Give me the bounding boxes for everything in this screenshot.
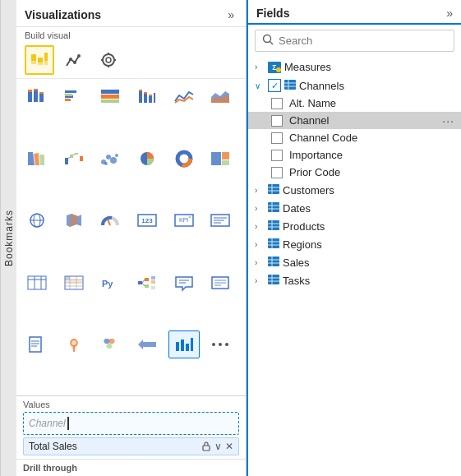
viz-btn-table-visual[interactable] xyxy=(21,269,53,297)
svg-rect-81 xyxy=(65,276,70,280)
viz-btn-gauge[interactable] xyxy=(95,206,126,234)
svg-point-111 xyxy=(219,343,222,346)
search-input[interactable] xyxy=(279,35,447,47)
viz-btn-shape-map[interactable] xyxy=(58,206,90,234)
dates-label: Dates xyxy=(283,202,311,215)
viz-btn-treemap[interactable] xyxy=(205,145,236,173)
tree-group-header-regions[interactable]: › Regions xyxy=(248,236,461,253)
measures-label: Measures xyxy=(284,61,331,73)
svg-rect-16 xyxy=(28,90,32,92)
svg-rect-135 xyxy=(268,238,279,248)
checkbox-prior-code[interactable] xyxy=(271,167,283,178)
customers-table-icon xyxy=(268,184,279,196)
viz-btn-hexbin[interactable] xyxy=(95,330,126,358)
viz-btn-chat[interactable] xyxy=(168,269,200,297)
viz-btn-python[interactable]: Py xyxy=(95,269,126,297)
svg-point-8 xyxy=(77,54,81,58)
viz-btn-ribbon[interactable] xyxy=(21,145,53,173)
viz-expand-button[interactable]: » xyxy=(224,7,237,23)
cursor-caret xyxy=(67,417,69,430)
measures-icon: Σ xyxy=(268,62,281,73)
viz-btn-column[interactable] xyxy=(131,82,163,110)
tree-group-header-dates[interactable]: › Dates xyxy=(248,200,461,217)
customers-label: Customers xyxy=(283,184,334,196)
search-box[interactable] xyxy=(255,30,454,52)
viz-header: Visualizations » xyxy=(16,0,246,27)
lock-icon xyxy=(201,441,211,451)
viz-btn-more[interactable] xyxy=(205,330,236,358)
field-chip-sort[interactable]: ∨ xyxy=(214,441,222,452)
svg-marker-38 xyxy=(34,153,39,165)
checkbox-channel-code[interactable] xyxy=(271,132,283,144)
viz-icon-format[interactable] xyxy=(94,45,123,75)
viz-btn-scatter[interactable] xyxy=(95,145,126,173)
tree-group-products: › Products xyxy=(248,218,461,235)
tree-group-header-measures[interactable]: › Σ Measures xyxy=(248,58,461,76)
field-chip-close[interactable]: ✕ xyxy=(225,441,233,452)
svg-rect-18 xyxy=(34,89,38,90)
tree-group-header-tasks[interactable]: › Tasks xyxy=(248,272,461,289)
viz-btn-pie[interactable] xyxy=(131,145,163,173)
tree-item-alt-name[interactable]: Alt. Name xyxy=(248,95,461,112)
tree-group-tasks: › Tasks xyxy=(248,272,461,289)
svg-rect-57 xyxy=(222,160,229,165)
viz-btn-stacked-bar-row[interactable] xyxy=(21,82,53,110)
svg-rect-43 xyxy=(80,156,83,161)
bookmarks-tab[interactable]: Bookmarks xyxy=(0,0,16,476)
viz-btn-100-bar[interactable] xyxy=(95,82,126,110)
fields-expand-button[interactable]: » xyxy=(446,7,453,20)
viz-icon-analytics[interactable] xyxy=(59,45,89,75)
viz-btn-location[interactable] xyxy=(58,330,90,358)
regions-table-icon xyxy=(268,238,279,251)
products-label: Products xyxy=(283,220,325,233)
svg-point-49 xyxy=(115,154,118,157)
svg-rect-131 xyxy=(268,220,279,230)
tree-group-header-customers[interactable]: › Customers xyxy=(248,182,461,199)
svg-text:123: 123 xyxy=(141,217,153,224)
viz-btn-map[interactable] xyxy=(21,206,53,234)
svg-rect-84 xyxy=(138,281,142,284)
checkbox-channel[interactable] xyxy=(271,115,283,127)
viz-btn-active-bar[interactable] xyxy=(168,330,200,358)
viz-btn-donut[interactable] xyxy=(168,145,200,173)
svg-point-118 xyxy=(276,67,281,72)
viz-icons-grid: 123 KPI xyxy=(16,79,246,395)
tree-item-channel[interactable]: Channel xyxy=(248,112,461,129)
values-drop-zone[interactable]: Channel xyxy=(23,412,239,435)
fields-panel: Fields » › Σ Meas xyxy=(247,0,461,476)
checkbox-importance[interactable] xyxy=(271,150,283,161)
svg-rect-97 xyxy=(30,337,41,352)
tree-item-channel-code[interactable]: Channel Code xyxy=(248,129,461,146)
channels-checkbox[interactable]: ✓ xyxy=(268,79,281,92)
viz-btn-paginated[interactable] xyxy=(21,330,53,358)
checkbox-alt-name[interactable] xyxy=(271,98,283,109)
viz-btn-waterfall[interactable] xyxy=(58,145,90,173)
viz-btn-smart-narrative[interactable] xyxy=(205,269,236,297)
viz-btn-arrows-visual[interactable] xyxy=(131,330,163,358)
item-label-importance: Importance xyxy=(289,149,343,161)
viz-btn-decomp-tree[interactable] xyxy=(131,269,163,297)
tree-group-header-channels[interactable]: ∨ ✓ Channels xyxy=(248,76,461,95)
tree-item-prior-code[interactable]: Prior Code xyxy=(248,164,461,181)
svg-rect-108 xyxy=(186,344,189,351)
svg-marker-39 xyxy=(39,155,44,165)
products-table-icon xyxy=(268,220,279,233)
viz-btn-matrix[interactable] xyxy=(58,269,90,297)
viz-btn-slicer[interactable] xyxy=(205,206,236,234)
viz-btn-clustered-bar[interactable] xyxy=(58,82,90,110)
tree-group-channels: ∨ ✓ Channels Alt. Name xyxy=(248,76,461,181)
viz-icon-stacked-bar[interactable] xyxy=(25,45,54,75)
viz-btn-kpi[interactable]: KPI xyxy=(168,206,200,234)
field-chip-total-sales[interactable]: Total Sales ∨ ✕ xyxy=(23,437,239,455)
viz-btn-card[interactable]: 123 xyxy=(131,206,163,234)
tree-group-header-products[interactable]: › Products xyxy=(248,218,461,235)
svg-rect-119 xyxy=(284,80,296,90)
tree-item-importance[interactable]: Importance xyxy=(248,146,461,164)
tree-group-header-sales[interactable]: › Sales xyxy=(248,254,461,271)
svg-point-112 xyxy=(225,343,228,346)
viz-btn-area[interactable] xyxy=(205,82,236,110)
item-label-channel-code: Channel Code xyxy=(289,132,357,144)
svg-rect-24 xyxy=(65,94,72,96)
viz-btn-line[interactable] xyxy=(168,82,200,110)
svg-rect-55 xyxy=(211,152,221,165)
